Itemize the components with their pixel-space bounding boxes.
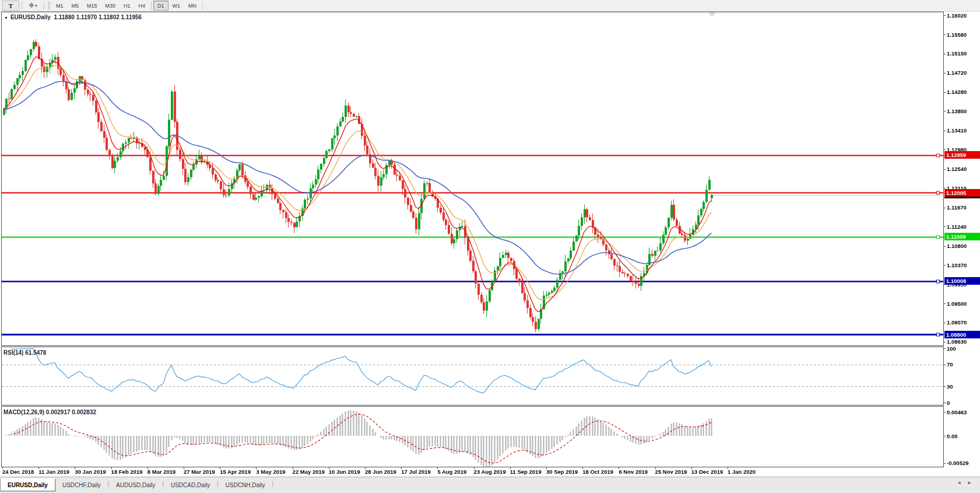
chart-toolbar: T ✥ ▾ M1M5M15M30H1H4D1W1MN — [0, 0, 980, 12]
rsi-name: RSI(14) — [3, 349, 23, 356]
price-tick-label: 1.10800 — [947, 243, 967, 249]
timeframe-button-mn[interactable]: MN — [184, 1, 201, 11]
price-tick-label: 1.09070 — [947, 319, 967, 326]
date-label: 8 Mar 2019 — [147, 468, 176, 475]
price-tick-label: 1.15580 — [947, 32, 967, 38]
timeframe-button-m15[interactable]: M15 — [83, 1, 101, 11]
price-tick-label: 1.13850 — [947, 108, 967, 114]
price-tick-label: 1.08630 — [947, 338, 967, 345]
date-label: 17 Jul 2019 — [401, 468, 431, 475]
date-label: 30 Sep 2019 — [546, 468, 578, 475]
price-tick-label: 1.11240 — [947, 223, 967, 230]
text-tool-button[interactable]: T — [2, 1, 19, 11]
hline-price-tag: 1.08800 — [944, 331, 980, 338]
date-label: 18 Oct 2019 — [582, 468, 613, 475]
macd-tick-label: -0.00529 — [947, 460, 969, 466]
date-label: 27 Mar 2019 — [184, 468, 215, 475]
date-label: 11 Sep 2019 — [510, 468, 542, 475]
macd-tick-label: 0.00463 — [947, 409, 967, 415]
price-tick-label: 1.09500 — [947, 300, 967, 307]
price-tick-label: 1.16020 — [947, 12, 967, 19]
date-label: 11 Jan 2019 — [38, 468, 69, 475]
price-tick-label: 1.10370 — [947, 262, 967, 268]
date-label: 15 Apr 2019 — [220, 468, 251, 475]
tab-usdcad-daily[interactable]: USDCAD,Daily — [164, 479, 217, 491]
toolbar-separator — [151, 2, 152, 10]
cursor-tool-icon: ✥ — [29, 2, 34, 9]
toolbar-separator — [22, 2, 22, 10]
tab-usdchf-daily[interactable]: USDCHF,Daily — [55, 479, 108, 491]
macd-tick-label: 0.00 — [947, 433, 958, 439]
tab-scroll-right-icon[interactable]: ► — [967, 480, 972, 485]
timeframe-button-h4[interactable]: H4 — [135, 1, 150, 11]
trading-platform-window: T ✥ ▾ M1M5M15M30H1H4D1W1MN ▼EURUSD,Daily… — [0, 0, 980, 493]
rsi-tick-label: 100 — [947, 345, 956, 352]
date-label: 5 Aug 2019 — [437, 468, 466, 475]
chart-title: ▼EURUSD,Daily 1.11880 1.11970 1.11802 1.… — [4, 14, 142, 20]
tab-usdcnh-daily[interactable]: USDCNH,Daily — [219, 479, 272, 491]
date-label: 10 Jun 2019 — [329, 468, 360, 475]
price-chart-canvas[interactable] — [0, 0, 980, 477]
rsi-tick-label: 30 — [947, 383, 953, 390]
timeframe-button-d1[interactable]: D1 — [153, 1, 168, 11]
date-label: 6 Nov 2019 — [619, 468, 648, 475]
timeframe-button-h1[interactable]: H1 — [120, 1, 135, 11]
rsi-tick-label: 70 — [947, 361, 953, 368]
macd-name: MACD(12,26,9) — [3, 409, 44, 415]
timeframe-button-m5[interactable]: M5 — [68, 1, 83, 11]
hline-price-tag: 1.12859 — [944, 151, 980, 159]
date-label: 3 May 2019 — [256, 468, 285, 475]
date-label: 23 Aug 2019 — [474, 468, 506, 475]
hline-price-tag: 1.11009 — [944, 233, 980, 240]
rsi-value: 61.5478 — [25, 349, 46, 356]
tab-eurusd-daily[interactable]: EURUSD,Daily — [0, 478, 55, 491]
tab-separator: | — [272, 481, 274, 487]
toolbar-separator — [44, 2, 44, 10]
price-tick-label: 1.14280 — [947, 89, 967, 95]
tab-scroll-controls: ◄ ► — [957, 480, 972, 485]
date-label: 22 May 2019 — [293, 468, 325, 475]
toolbar-separator — [202, 2, 203, 10]
date-label: 18 Feb 2019 — [111, 468, 143, 475]
hline-price-tag: 1.10008 — [944, 277, 980, 285]
hline-price-tag: 1.12005 — [944, 189, 980, 197]
timeframe-button-m30[interactable]: M30 — [101, 1, 120, 11]
price-tick-label: 1.12540 — [947, 166, 967, 172]
date-label: 28 Jun 2019 — [365, 468, 396, 475]
date-label: 25 Nov 2019 — [655, 468, 687, 475]
date-label: 30 Jan 2019 — [75, 468, 106, 475]
macd-values: 0.002917 0.002832 — [46, 409, 96, 415]
toolbar-grip — [48, 2, 50, 10]
chart-ohlc-values: 1.11880 1.11970 1.11802 1.11956 — [54, 14, 142, 20]
chart-dropdown-icon[interactable]: ▼ — [4, 16, 8, 20]
tab-scroll-left-icon[interactable]: ◄ — [957, 480, 961, 485]
date-label: 24 Dec 2018 — [2, 468, 34, 475]
macd-indicator-label: MACD(12,26,9) 0.002917 0.002832 — [3, 409, 96, 415]
chevron-down-icon[interactable]: ▾ — [35, 4, 37, 8]
tab-audusd-daily[interactable]: AUDUSD,Daily — [109, 479, 162, 491]
chart-symbol-label: EURUSD,Daily — [10, 14, 51, 20]
date-label: 1 Jan 2020 — [728, 468, 756, 475]
price-tick-label: 1.11670 — [947, 204, 967, 211]
rsi-indicator-label: RSI(14) 61.5478 — [3, 349, 46, 356]
timeframe-button-m1[interactable]: M1 — [52, 1, 68, 11]
price-tick-label: 1.13410 — [947, 127, 967, 134]
date-label: 13 Dec 2019 — [691, 468, 723, 475]
timeframe-button-group: M1M5M15M30H1H4D1W1MN — [52, 1, 205, 11]
price-tick-label: 1.14720 — [947, 69, 967, 76]
chart-tab-bar: EURUSD,DailyUSDCHF,Daily|AUDUSD,Daily|US… — [0, 477, 980, 493]
cursor-tool-button[interactable]: ✥ ▾ — [24, 1, 41, 11]
rsi-tick-label: 0 — [947, 400, 950, 406]
timeframe-button-w1[interactable]: W1 — [168, 1, 185, 11]
price-tick-label: 1.15150 — [947, 50, 967, 57]
